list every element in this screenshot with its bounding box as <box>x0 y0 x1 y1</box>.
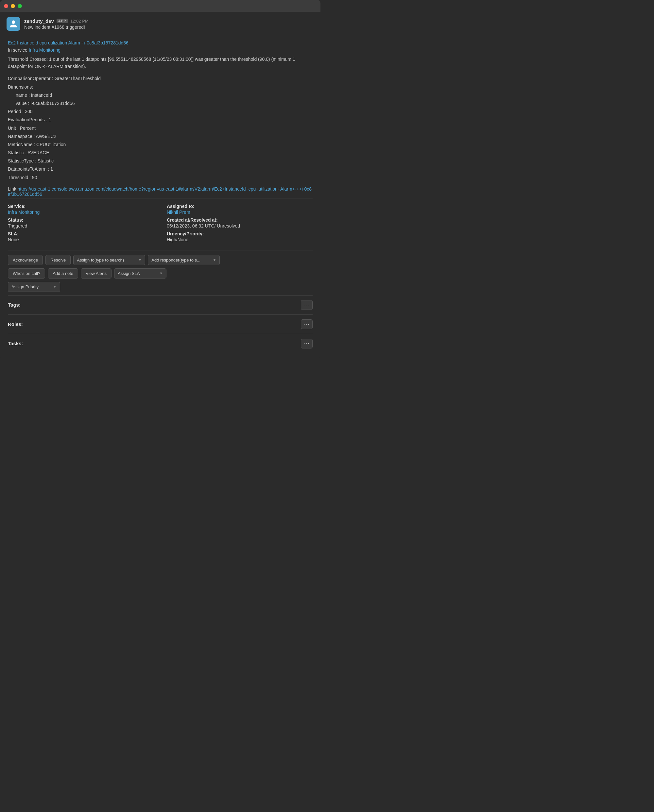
header-subtitle: New incident #1968 triggered! <box>24 24 89 30</box>
param-dimensions: Dimensions: <box>8 83 313 91</box>
assigned-info-label: Assigned to: <box>167 204 313 209</box>
add-responder-chevron: ▼ <box>212 258 216 262</box>
resolve-button[interactable]: Resolve <box>46 255 70 265</box>
link-label: Link: <box>8 186 18 192</box>
created-info: Created at/Resolved at: 05/12/2023, 06:3… <box>167 217 313 229</box>
status-info-value: Triggered <box>8 223 154 229</box>
action-row-3: Assign Priority ▼ <box>8 282 313 292</box>
assign-to-label: Assign to(type to search) <box>77 258 136 263</box>
sla-info-label: SLA: <box>8 231 154 237</box>
sla-info: SLA: None <box>8 231 154 242</box>
service-info-value: Infra Monitoring <box>8 209 154 215</box>
threshold-text: Threshold Crossed: 1 out of the last 1 d… <box>8 56 313 70</box>
tags-section: Tags: ··· <box>8 296 313 314</box>
minimize-button[interactable] <box>11 4 15 8</box>
service-line: In service Infra Monitoring <box>8 47 313 53</box>
action-row-2: Who's on call? Add a note View Alerts As… <box>8 269 313 278</box>
header-text: zenduty_dev APP 12:02 PM New incident #1… <box>24 18 89 30</box>
assign-sla-dropdown[interactable]: Assign SLA ▼ <box>114 269 167 278</box>
param-statistic-type: StatisticType : Statistic <box>8 157 313 165</box>
incident-body: Ec2 InstanceId cpu utilization Alarm - i… <box>0 34 321 359</box>
assigned-info: Assigned to: Nikhil Prem <box>167 204 313 215</box>
param-threshold: Threshold : 90 <box>8 174 313 182</box>
assign-to-chevron: ▼ <box>138 258 142 262</box>
app-badge: APP <box>57 18 68 23</box>
title-bar <box>0 0 321 12</box>
header-top: zenduty_dev APP 12:02 PM <box>24 18 89 24</box>
info-grid: Service: Infra Monitoring Assigned to: N… <box>8 204 313 247</box>
status-info: Status: Triggered <box>8 217 154 229</box>
view-alerts-button[interactable]: View Alerts <box>81 269 112 278</box>
urgency-info: Urgency/Priority: High/None <box>167 231 313 242</box>
param-comparison: ComparisonOperator : GreaterThanThreshol… <box>8 75 313 83</box>
service-info-label: Service: <box>8 204 154 209</box>
acknowledge-button[interactable]: Acknowledge <box>8 255 43 265</box>
roles-more-button[interactable]: ··· <box>301 319 313 329</box>
maximize-button[interactable] <box>18 4 22 8</box>
urgency-info-label: Urgency/Priority: <box>167 231 313 237</box>
assign-sla-chevron: ▼ <box>159 271 163 275</box>
created-info-value: 05/12/2023, 06:32 UTC/ Unresolved <box>167 223 313 229</box>
action-row-1: Acknowledge Resolve Assign to(type to se… <box>8 255 313 265</box>
param-metric: MetricName : CPUUtilization <box>8 140 313 149</box>
main-content: zenduty_dev APP 12:02 PM New incident #1… <box>0 12 321 359</box>
param-datapoints: DatapointsToAlarm : 1 <box>8 165 313 173</box>
param-name: name : InstanceId <box>16 91 313 99</box>
assigned-info-value: Nikhil Prem <box>167 209 313 215</box>
roles-section: Roles: ··· <box>8 315 313 334</box>
status-info-label: Status: <box>8 217 154 223</box>
roles-label: Roles: <box>8 321 23 327</box>
service-prefix: In service <box>8 47 29 53</box>
assign-priority-label: Assign Priority <box>11 284 51 289</box>
tasks-label: Tasks: <box>8 340 23 346</box>
whos-on-call-button[interactable]: Who's on call? <box>8 269 45 278</box>
param-period: Period : 300 <box>8 108 313 116</box>
service-info-link[interactable]: Infra Monitoring <box>8 209 40 215</box>
tasks-more-button[interactable]: ··· <box>301 339 313 348</box>
actions-divider <box>8 250 313 250</box>
param-eval-periods: EvaluationPeriods : 1 <box>8 116 313 124</box>
assign-sla-label: Assign SLA <box>118 271 157 276</box>
avatar <box>6 17 20 31</box>
close-button[interactable] <box>4 4 8 8</box>
param-statistic: Statistic : AVERAGE <box>8 149 313 157</box>
aws-link[interactable]: https://us-east-1.console.aws.amazon.com… <box>8 186 312 197</box>
user-icon <box>9 20 18 28</box>
params-block: ComparisonOperator : GreaterThanThreshol… <box>8 75 313 182</box>
tasks-section: Tasks: ··· <box>8 334 313 353</box>
info-divider <box>8 198 313 198</box>
incident-title-link[interactable]: Ec2 InstanceId cpu utilization Alarm - i… <box>8 40 313 46</box>
add-responder-label: Add responder(type to s... <box>151 258 211 263</box>
message-header: zenduty_dev APP 12:02 PM New incident #1… <box>0 12 321 34</box>
created-info-label: Created at/Resolved at: <box>167 217 313 223</box>
param-unit: Unit : Percent <box>8 124 313 133</box>
tags-more-button[interactable]: ··· <box>301 300 313 310</box>
service-link[interactable]: Infra Monitoring <box>29 47 61 53</box>
service-info: Service: Infra Monitoring <box>8 204 154 215</box>
sender-name: zenduty_dev <box>24 18 54 24</box>
timestamp: 12:02 PM <box>70 18 89 23</box>
assign-priority-dropdown[interactable]: Assign Priority ▼ <box>8 282 60 292</box>
aws-link-line: Link:https://us-east-1.console.aws.amazo… <box>8 186 313 197</box>
urgency-info-value: High/None <box>167 237 313 242</box>
tags-label: Tags: <box>8 302 21 308</box>
add-note-button[interactable]: Add a note <box>48 269 78 278</box>
assigned-info-link[interactable]: Nikhil Prem <box>167 209 190 215</box>
assign-priority-chevron: ▼ <box>53 285 57 288</box>
sla-info-value: None <box>8 237 154 242</box>
add-responder-dropdown[interactable]: Add responder(type to s... ▼ <box>148 255 220 265</box>
param-value: value : i-0c8af3b167281dd56 <box>16 99 313 108</box>
param-namespace: Namespace : AWS/EC2 <box>8 133 313 140</box>
assign-to-dropdown[interactable]: Assign to(type to search) ▼ <box>73 255 145 265</box>
